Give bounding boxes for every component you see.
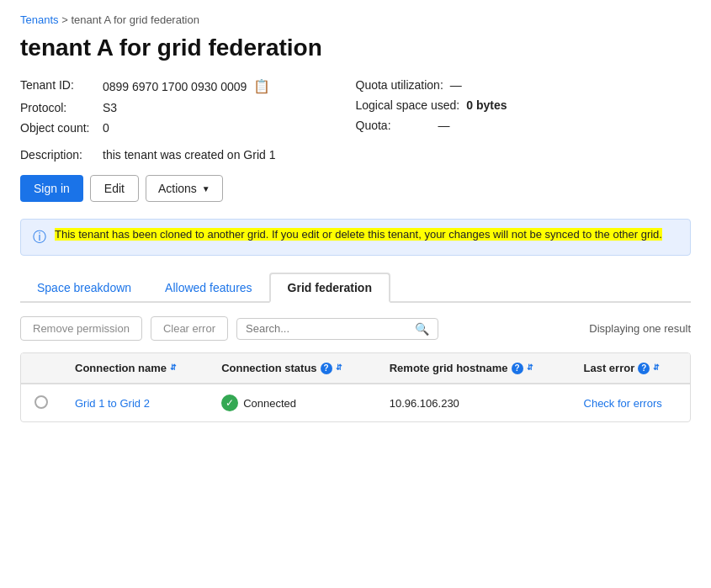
tab-space-breakdown[interactable]: Space breakdown (20, 274, 148, 303)
remove-permission-button[interactable]: Remove permission (20, 316, 142, 341)
remote-grid-hostname-cell: 10.96.106.230 (376, 384, 570, 421)
check-for-errors-link[interactable]: Check for errors (584, 397, 662, 410)
actions-row: Sign in Edit Actions ▼ (20, 175, 691, 202)
last-error-cell: Check for errors (570, 384, 690, 421)
clear-error-button[interactable]: Clear error (151, 316, 228, 341)
description-value: this tenant was created on Grid 1 (103, 148, 275, 162)
tenant-id-row: Tenant ID: 0899 6970 1700 0930 0009 📋 (20, 78, 356, 94)
logical-space-value: 0 bytes (466, 98, 507, 112)
breadcrumb: Tenants > tenant A for grid federation (20, 13, 691, 26)
quota-utilization-label: Quota utilization: (356, 78, 443, 92)
row-select-cell (21, 384, 61, 421)
search-box[interactable]: 🔍 (236, 318, 438, 340)
quota-value: — (438, 119, 450, 132)
alert-text: This tenant has been cloned to another g… (55, 228, 662, 241)
last-error-header: Last error ? ⇵ (570, 353, 690, 384)
description-row: Description: this tenant was created on … (20, 148, 691, 162)
connection-name-header: Connection name ⇵ (61, 353, 208, 384)
connection-status-sort-icon[interactable]: ⇵ (336, 364, 342, 372)
page-title: tenant A for grid federation (20, 34, 691, 61)
connection-name-sort-icon[interactable]: ⇵ (170, 364, 177, 372)
search-icon: 🔍 (415, 322, 429, 336)
connection-status-cell: ✓ Connected (208, 384, 376, 421)
tenant-id-value: 0899 6970 1700 0930 0009 (103, 80, 247, 93)
table-body: Grid 1 to Grid 2 ✓ Connected 10.96.106.2… (21, 384, 690, 421)
remote-grid-hostname-value: 10.96.106.230 (390, 397, 459, 410)
last-error-label: Last error (584, 362, 635, 374)
logical-space-label: Logical space used: (356, 98, 460, 112)
protocol-row: Protocol: S3 (20, 101, 356, 114)
connection-status-label: Connection status (221, 362, 316, 374)
connection-name-cell: Grid 1 to Grid 2 (61, 384, 208, 421)
object-count-label: Object count: (20, 121, 96, 135)
connection-status-help-icon[interactable]: ? (321, 363, 332, 374)
protocol-value: S3 (103, 101, 117, 114)
breadcrumb-parent[interactable]: Tenants (20, 13, 59, 26)
tabs-row: Space breakdown Allowed features Grid fe… (20, 273, 691, 303)
remote-grid-hostname-help-icon[interactable]: ? (512, 363, 523, 374)
actions-label: Actions (158, 182, 197, 195)
quota-label: Quota: (356, 119, 432, 132)
quota-utilization-row: Quota utilization: — (356, 78, 692, 92)
remote-grid-hostname-sort-icon[interactable]: ⇵ (527, 364, 533, 372)
connected-check-icon: ✓ (221, 395, 238, 411)
row-radio-button[interactable] (34, 395, 48, 409)
object-count-value: 0 (103, 121, 109, 135)
table: Connection name ⇵ Connection status ? ⇵ (21, 353, 690, 421)
description-label: Description: (20, 148, 96, 162)
info-right: Quota utilization: — Logical space used:… (356, 78, 692, 135)
result-count: Displaying one result (589, 322, 691, 335)
info-left: Tenant ID: 0899 6970 1700 0930 0009 📋 Pr… (20, 78, 356, 135)
toolbar-row: Remove permission Clear error 🔍 Displayi… (20, 316, 691, 341)
quota-utilization-value: — (450, 78, 462, 92)
table-row: Grid 1 to Grid 2 ✓ Connected 10.96.106.2… (21, 384, 690, 421)
grid-federation-table: Connection name ⇵ Connection status ? ⇵ (20, 352, 691, 422)
last-error-sort-icon[interactable]: ⇵ (653, 364, 660, 372)
alert-highlighted-text: This tenant has been cloned to another g… (55, 228, 662, 241)
remote-grid-hostname-header: Remote grid hostname ? ⇵ (376, 353, 570, 384)
select-column-header (21, 353, 61, 384)
object-count-row: Object count: 0 (20, 121, 356, 135)
tab-allowed-features[interactable]: Allowed features (148, 274, 269, 303)
status-connected: ✓ Connected (221, 395, 363, 411)
table-header-row: Connection name ⇵ Connection status ? ⇵ (21, 353, 690, 384)
remote-grid-hostname-label: Remote grid hostname (390, 362, 508, 374)
table-header: Connection name ⇵ Connection status ? ⇵ (21, 353, 690, 384)
quota-row: Quota: — (356, 119, 692, 132)
chevron-down-icon: ▼ (202, 184, 210, 193)
search-input[interactable] (246, 322, 410, 335)
tenant-id-label: Tenant ID: (20, 78, 96, 92)
edit-button[interactable]: Edit (90, 175, 139, 202)
info-icon: ⓘ (33, 229, 46, 246)
connection-name-link[interactable]: Grid 1 to Grid 2 (75, 397, 150, 410)
breadcrumb-current: tenant A for grid federation (71, 13, 199, 26)
tenant-info-grid: Tenant ID: 0899 6970 1700 0930 0009 📋 Pr… (20, 78, 691, 135)
last-error-help-icon[interactable]: ? (638, 363, 650, 374)
alert-banner: ⓘ This tenant has been cloned to another… (20, 219, 691, 256)
actions-button[interactable]: Actions ▼ (146, 175, 223, 202)
logical-space-row: Logical space used: 0 bytes (356, 98, 692, 112)
protocol-label: Protocol: (20, 101, 96, 114)
tab-grid-federation[interactable]: Grid federation (269, 273, 390, 303)
connection-status-header: Connection status ? ⇵ (208, 353, 376, 384)
tenant-id-value-group: 0899 6970 1700 0930 0009 📋 (103, 78, 270, 94)
connection-status-value: Connected (243, 397, 296, 410)
sign-in-button[interactable]: Sign in (20, 175, 83, 202)
connection-name-label: Connection name (75, 362, 167, 374)
copy-icon[interactable]: 📋 (253, 78, 270, 94)
breadcrumb-separator: > (61, 13, 71, 26)
